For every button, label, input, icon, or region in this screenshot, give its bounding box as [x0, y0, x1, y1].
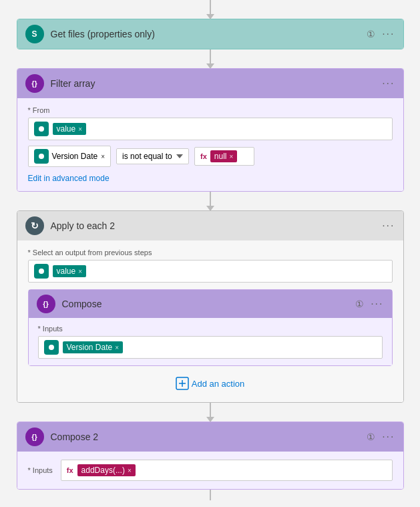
- getfiles-title: Get files (properties only): [51, 29, 361, 39]
- apply-output-input[interactable]: value ×: [28, 260, 393, 283]
- null-token-close[interactable]: ×: [230, 153, 234, 160]
- compose2-inputs-label: * Inputs: [28, 466, 53, 474]
- filter-from-label: * From: [28, 106, 393, 114]
- compose2-inputs-field[interactable]: fx addDays(...) ×: [61, 460, 393, 481]
- connector-3: [210, 403, 211, 421]
- apply-actions: ···: [382, 220, 395, 232]
- card-compose2: {} Compose 2 ① ··· * Inputs fx addDays(.…: [17, 421, 404, 490]
- filter-conditions-row: Version Date × is not equal to fx null ×: [28, 146, 393, 167]
- apply-token: value ×: [53, 265, 87, 277]
- compose-inner-token-icon: [44, 340, 59, 355]
- getfiles-actions: ① ···: [367, 28, 395, 40]
- expr-icon: fx: [200, 152, 207, 160]
- compose2-icon: {}: [25, 428, 44, 446]
- arrow-3: [206, 417, 214, 422]
- svg-point-2: [39, 269, 44, 274]
- filter-actions: ···: [382, 77, 395, 90]
- compose2-header: {} Compose 2 ① ···: [17, 422, 403, 452]
- add-action-label: Add an action: [192, 379, 245, 389]
- from-token-close[interactable]: ×: [78, 126, 82, 133]
- apply-title: Apply to each 2: [51, 220, 376, 231]
- compose-inner-token-close[interactable]: ×: [115, 344, 119, 351]
- connector-2: [210, 192, 211, 210]
- filter-title: Filter array: [51, 78, 376, 89]
- compose-inner-actions: ① ···: [355, 298, 383, 310]
- null-token: null ×: [210, 150, 238, 162]
- apply-icon: ↻: [25, 216, 44, 235]
- filter-header: {} Filter array ···: [17, 69, 403, 98]
- apply-token-icon: [34, 264, 49, 279]
- compose2-actions: ① ···: [367, 431, 395, 443]
- flow-container: S Get files (properties only) ① ··· {} F…: [0, 0, 420, 507]
- filter-more-icon[interactable]: ···: [382, 77, 395, 90]
- compose2-token-close[interactable]: ×: [128, 467, 132, 474]
- edit-advanced-link[interactable]: Edit in advanced mode: [28, 174, 110, 183]
- filter-field-close[interactable]: ×: [101, 153, 105, 160]
- card-filter: {} Filter array ··· * From value ×: [17, 68, 404, 192]
- compose2-body: * Inputs fx addDays(...) ×: [17, 452, 403, 489]
- connector-1: [210, 49, 211, 68]
- add-action-icon: [176, 377, 189, 390]
- compose-inner-header: {} Compose ① ···: [29, 290, 392, 318]
- compose2-help-icon[interactable]: ①: [367, 432, 375, 442]
- filter-operator-select[interactable]: is not equal to: [116, 148, 189, 164]
- compose-inner-body: * Inputs Version Date ×: [29, 318, 392, 365]
- svg-point-0: [39, 126, 44, 132]
- compose-inner-icon: {}: [37, 295, 55, 313]
- compose-inner-more-icon[interactable]: ···: [371, 298, 383, 310]
- card-apply: ↻ Apply to each 2 ··· * Select an output…: [17, 210, 404, 403]
- apply-body: * Select an output from previous steps v…: [17, 240, 403, 402]
- arrow: [206, 14, 214, 19]
- getfiles-icon: S: [25, 25, 44, 43]
- getfiles-more-icon[interactable]: ···: [382, 28, 395, 40]
- arrow-2: [206, 206, 214, 211]
- compose-inner-title: Compose: [62, 299, 349, 309]
- from-token-icon: [34, 122, 49, 136]
- filter-from-input[interactable]: value ×: [28, 118, 393, 140]
- card-getfiles: S Get files (properties only) ① ···: [17, 19, 404, 49]
- filter-field-box[interactable]: Version Date ×: [28, 146, 112, 167]
- apply-header: ↻ Apply to each 2 ···: [17, 211, 403, 240]
- from-token: value ×: [53, 123, 87, 135]
- filter-field-icon: [34, 149, 49, 164]
- arrow-1: [206, 63, 214, 69]
- svg-point-3: [49, 345, 54, 350]
- apply-token-close[interactable]: ×: [78, 268, 82, 275]
- getfiles-header: S Get files (properties only) ① ···: [17, 19, 403, 49]
- compose-inner-inputs-label: * Inputs: [38, 325, 383, 333]
- connector-bottom: [210, 490, 211, 500]
- filter-icon: {}: [25, 74, 44, 93]
- filter-body: * From value × Version Date ×: [17, 98, 403, 191]
- connector-top: [210, 0, 211, 19]
- compose2-token: addDays(...) ×: [77, 464, 136, 476]
- compose-inner-help-icon[interactable]: ①: [355, 299, 364, 309]
- compose-inner-token: Version Date ×: [63, 341, 124, 353]
- filter-field-token: Version Date: [52, 152, 98, 161]
- card-compose-inner: {} Compose ① ··· * Inputs: [28, 289, 393, 366]
- svg-point-1: [39, 154, 44, 159]
- compose2-expr-icon: fx: [67, 466, 73, 474]
- compose-inner-inputs-field[interactable]: Version Date ×: [38, 336, 383, 359]
- apply-select-label: * Select an output from previous steps: [28, 248, 393, 257]
- compose2-title: Compose 2: [51, 432, 361, 442]
- compose2-more-icon[interactable]: ···: [382, 431, 395, 443]
- add-action-button[interactable]: Add an action: [28, 373, 393, 394]
- apply-more-icon[interactable]: ···: [382, 220, 395, 232]
- getfiles-help-icon[interactable]: ①: [367, 29, 375, 39]
- filter-null-box[interactable]: fx null ×: [194, 147, 254, 166]
